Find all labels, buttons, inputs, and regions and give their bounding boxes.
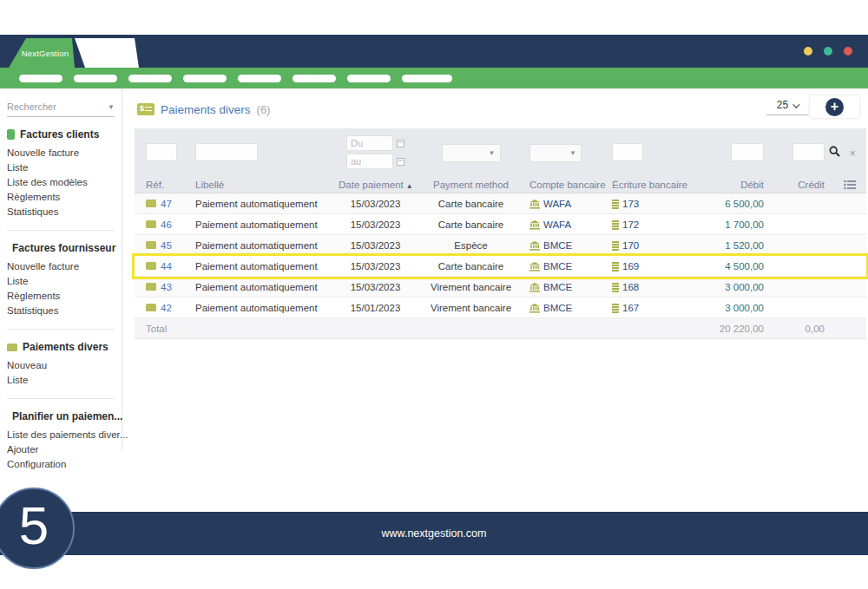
payment-method-filter-select[interactable]: ▼ xyxy=(442,144,501,162)
bank-account-link[interactable]: BMCE xyxy=(543,240,572,251)
payment-method-cell: Virement bancaire xyxy=(412,303,529,313)
page-size-dropdown[interactable]: 25 xyxy=(766,99,808,115)
sidebar-item[interactable]: Statistiques xyxy=(7,205,115,219)
table-row-highlighted[interactable]: 44Paiement automatiquement15/03/2023Cart… xyxy=(135,256,866,277)
nav-menu-placeholder[interactable] xyxy=(183,75,227,82)
ref-link[interactable]: 45 xyxy=(161,240,172,251)
calendar-icon[interactable] xyxy=(397,158,404,166)
credit-filter-input[interactable] xyxy=(792,143,825,161)
ledger-icon xyxy=(612,220,619,230)
column-settings-icon[interactable] xyxy=(825,179,866,190)
bank-entry-link[interactable]: 170 xyxy=(622,240,639,251)
ref-link[interactable]: 47 xyxy=(161,199,172,209)
sidebar-item[interactable]: Liste des paiements diver... xyxy=(7,428,115,442)
sidebar-section-title[interactable]: Factures fournisseur xyxy=(7,242,115,254)
sidebar-section-title[interactable]: Paiements divers xyxy=(7,341,115,353)
col-ref[interactable]: Réf. xyxy=(135,180,195,190)
bank-account-link[interactable]: BMCE xyxy=(543,261,572,272)
bank-account-link[interactable]: BMCE xyxy=(543,303,572,313)
page-size-value: 25 xyxy=(777,99,788,111)
bank-account-filter-select[interactable]: ▼ xyxy=(529,144,582,162)
money-check-icon xyxy=(137,103,155,115)
bank-entry-link[interactable]: 169 xyxy=(622,261,639,272)
ref-link[interactable]: 44 xyxy=(161,261,172,272)
date-to-input[interactable] xyxy=(346,154,393,169)
sidebar-section-label: Factures clients xyxy=(20,128,99,141)
red-dot xyxy=(844,47,852,56)
sidebar-item[interactable]: Statistiques xyxy=(7,304,115,318)
sidebar-item[interactable]: Règlements xyxy=(7,289,115,304)
ref-filter-input[interactable] xyxy=(146,143,177,161)
bank-entry-link[interactable]: 172 xyxy=(622,219,639,230)
sidebar-section-label: Factures fournisseur xyxy=(12,242,115,254)
ref-link[interactable]: 43 xyxy=(161,282,172,292)
add-payment-button[interactable]: + xyxy=(810,95,859,118)
ref-link[interactable]: 46 xyxy=(161,219,172,230)
debit-value: 1 700,00 xyxy=(725,219,764,230)
bank-icon xyxy=(529,261,540,272)
date-from-input[interactable] xyxy=(346,135,393,151)
entry-filter-input[interactable] xyxy=(612,143,643,161)
calendar-icon[interactable] xyxy=(397,140,404,147)
nav-menu-placeholder[interactable] xyxy=(293,75,336,82)
sidebar-item[interactable]: Nouvelle facture xyxy=(7,259,115,274)
bank-icon xyxy=(529,282,540,292)
col-credit[interactable]: Crédit xyxy=(764,180,825,190)
col-debit[interactable]: Débit xyxy=(694,180,764,190)
nav-menu-placeholder[interactable] xyxy=(128,75,172,82)
window-titlebar: NextGestion xyxy=(0,35,868,68)
table-row[interactable]: 46Paiement automatiquement15/03/2023Cart… xyxy=(135,214,866,235)
clear-filters-icon[interactable]: × xyxy=(849,147,856,160)
col-ecriture[interactable]: Écriture bancaire xyxy=(612,180,694,190)
sidebar-item[interactable]: Configuration xyxy=(7,457,115,472)
search-placeholder: Rechercher xyxy=(7,101,56,112)
payment-card-icon xyxy=(146,200,156,207)
debit-filter-input[interactable] xyxy=(731,143,764,161)
sidebar-item[interactable]: Liste xyxy=(7,160,115,175)
nav-menu-placeholder[interactable] xyxy=(74,75,117,82)
nav-menu-placeholder[interactable] xyxy=(19,75,62,82)
table-row[interactable]: 45Paiement automatiquement15/03/2023Espè… xyxy=(135,235,866,256)
bank-entry-link[interactable]: 167 xyxy=(622,303,639,313)
payment-method-cell: Carte bancaire xyxy=(412,219,529,230)
col-date[interactable]: Date paiement▲ xyxy=(339,180,412,190)
sidebar-item[interactable]: Règlements xyxy=(7,190,115,205)
debit-value: 4 500,00 xyxy=(725,261,764,272)
nav-menu-placeholder[interactable] xyxy=(402,75,452,82)
payment-method-cell: Carte bancaire xyxy=(412,261,529,272)
payment-card-icon xyxy=(146,283,156,291)
bank-icon xyxy=(529,303,540,313)
sidebar-section-title[interactable]: Factures clients xyxy=(7,128,115,141)
ref-link[interactable]: 42 xyxy=(161,303,172,313)
sidebar-item[interactable]: Liste xyxy=(7,373,115,388)
sidebar-item[interactable]: Liste xyxy=(7,274,115,289)
sidebar-search-select[interactable]: Rechercher ▼ xyxy=(7,101,115,117)
col-libelle[interactable]: Libellé xyxy=(195,180,339,190)
table-row[interactable]: 47Paiement automatiquement15/03/2023Cart… xyxy=(135,193,866,214)
libelle-filter-input[interactable] xyxy=(195,143,258,161)
table-row[interactable]: 43Paiement automatiquement15/03/2023Vire… xyxy=(135,277,866,298)
col-method[interactable]: Payment method xyxy=(412,180,529,190)
nav-menu-placeholder[interactable] xyxy=(347,75,391,82)
page-title: Paiements divers xyxy=(161,103,251,116)
bank-account-link[interactable]: WAFA xyxy=(543,219,571,230)
sidebar-item[interactable]: Ajouter xyxy=(7,442,115,457)
search-icon[interactable] xyxy=(829,145,844,160)
plus-circle-icon: + xyxy=(825,98,844,116)
date-cell: 15/03/2023 xyxy=(339,219,412,230)
nav-menu-placeholder[interactable] xyxy=(238,75,281,82)
sidebar-item[interactable]: Nouvelle facture xyxy=(7,146,115,160)
bank-account-link[interactable]: WAFA xyxy=(543,199,571,209)
bank-entry-link[interactable]: 168 xyxy=(622,282,639,292)
bank-entry-link[interactable]: 173 xyxy=(622,199,639,209)
total-credit: 0,00 xyxy=(764,324,825,334)
sidebar-section-title[interactable]: Planifier un paiemen... xyxy=(7,410,115,422)
bank-icon xyxy=(529,199,540,209)
sidebar-item[interactable]: Nouveau xyxy=(7,358,115,373)
table-row[interactable]: 42Paiement automatiquement15/01/2023Vire… xyxy=(135,298,866,318)
sidebar: Rechercher ▼ Factures clientsNouvelle fa… xyxy=(0,88,122,451)
table-header-row: Réf. Libellé Date paiement▲ Payment meth… xyxy=(135,176,866,193)
bank-account-link[interactable]: BMCE xyxy=(543,282,572,292)
col-compte[interactable]: Compte bancaire xyxy=(529,180,612,190)
sidebar-item[interactable]: Liste des modèles xyxy=(7,175,115,190)
